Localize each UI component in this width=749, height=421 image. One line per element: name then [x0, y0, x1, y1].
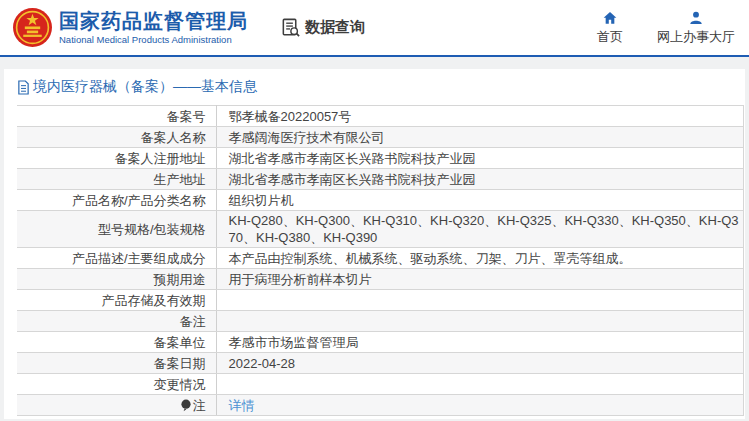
agency-name-en: National Medical Products Administration: [59, 35, 248, 45]
row-value: 孝感市市场监督管理局: [216, 332, 744, 353]
page-title-text: 境内医疗器械（备案）——基本信息: [33, 78, 257, 96]
agency-title-block: 国家药品监督管理局 National Medical Products Admi…: [59, 10, 248, 45]
row-value: [216, 311, 744, 332]
row-label: 备案日期: [17, 353, 216, 374]
row-label: 变更情况: [17, 374, 216, 395]
info-table: 备案号鄂孝械备20220057号备案人名称孝感阔海医疗技术有限公司备案人注册地址…: [17, 105, 744, 416]
table-row: 预期用途用于病理分析前样本切片: [17, 269, 744, 290]
table-row: 生产地址湖北省孝感市孝南区长兴路书院科技产业园: [17, 169, 744, 190]
table-row: 注详情: [17, 395, 744, 416]
row-label: 预期用途: [17, 269, 216, 290]
agency-logo[interactable]: 国家药品监督管理局 National Medical Products Admi…: [12, 7, 248, 48]
table-row: 变更情况: [17, 374, 744, 395]
table-row: 产品名称/产品分类名称组织切片机: [17, 190, 744, 211]
content-panel: 境内医疗器械（备案）——基本信息 备案号鄂孝械备20220057号备案人名称孝感…: [4, 69, 745, 419]
header-nav: 首页 网上办事大厅: [597, 10, 735, 46]
details-link[interactable]: 详情: [229, 398, 255, 413]
row-value: 孝感阔海医疗技术有限公司: [216, 127, 744, 148]
table-row: 备案人注册地址湖北省孝感市孝南区长兴路书院科技产业园: [17, 148, 744, 169]
row-value: 湖北省孝感市孝南区长兴路书院科技产业园: [216, 148, 744, 169]
row-label: 产品描述/主要组成成分: [17, 248, 216, 269]
row-value: 详情: [216, 395, 744, 416]
row-value: 用于病理分析前样本切片: [216, 269, 744, 290]
row-value: KH-Q280、KH-Q300、KH-Q310、KH-Q320、KH-Q325、…: [216, 211, 744, 248]
agency-name-zh: 国家药品监督管理局: [59, 10, 248, 32]
table-row: 备案号鄂孝械备20220057号: [17, 106, 744, 127]
row-value: 鄂孝械备20220057号: [216, 106, 744, 127]
table-row: 备注: [17, 311, 744, 332]
table-row: 产品存储及有效期: [17, 290, 744, 311]
nav-service-hall-label: 网上办事大厅: [657, 28, 735, 46]
info-table-body: 备案号鄂孝械备20220057号备案人名称孝感阔海医疗技术有限公司备案人注册地址…: [17, 106, 744, 416]
table-row: 产品描述/主要组成成分本产品由控制系统、机械系统、驱动系统、刀架、刀片、罩壳等组…: [17, 248, 744, 269]
person-icon: [688, 10, 704, 26]
nav-item-service-hall[interactable]: 网上办事大厅: [657, 10, 735, 46]
data-query-label: 数据查询: [305, 18, 365, 37]
page-gap: [0, 57, 749, 69]
page-title: 境内医疗器械（备案）——基本信息: [13, 78, 745, 96]
bulb-icon: [180, 399, 192, 412]
doc-search-icon: [280, 17, 301, 38]
row-label: 注: [17, 395, 216, 416]
national-emblem-icon: [12, 7, 53, 48]
row-value: 湖北省孝感市孝南区长兴路书院科技产业园: [216, 169, 744, 190]
table-row: 型号规格/包装规格KH-Q280、KH-Q300、KH-Q310、KH-Q320…: [17, 211, 744, 248]
nav-home-label: 首页: [597, 28, 623, 46]
table-row: 备案人名称孝感阔海医疗技术有限公司: [17, 127, 744, 148]
table-row: 备案日期2022-04-28: [17, 353, 744, 374]
data-query-section[interactable]: 数据查询: [280, 17, 365, 38]
row-label: 型号规格/包装规格: [17, 211, 216, 248]
home-icon: [602, 10, 618, 26]
row-label: 产品名称/产品分类名称: [17, 190, 216, 211]
row-label: 生产地址: [17, 169, 216, 190]
document-icon: [17, 80, 30, 95]
row-value: 组织切片机: [216, 190, 744, 211]
nav-item-home[interactable]: 首页: [597, 10, 623, 46]
site-header: 国家药品监督管理局 National Medical Products Admi…: [0, 0, 749, 57]
row-label: 备案单位: [17, 332, 216, 353]
row-label: 产品存储及有效期: [17, 290, 216, 311]
row-value: 本产品由控制系统、机械系统、驱动系统、刀架、刀片、罩壳等组成。: [216, 248, 744, 269]
row-value: 2022-04-28: [216, 353, 744, 374]
row-value: [216, 374, 744, 395]
table-row: 备案单位孝感市市场监督管理局: [17, 332, 744, 353]
row-label: 备案人名称: [17, 127, 216, 148]
row-value: [216, 290, 744, 311]
row-label: 备案人注册地址: [17, 148, 216, 169]
row-label: 备注: [17, 311, 216, 332]
row-label: 备案号: [17, 106, 216, 127]
